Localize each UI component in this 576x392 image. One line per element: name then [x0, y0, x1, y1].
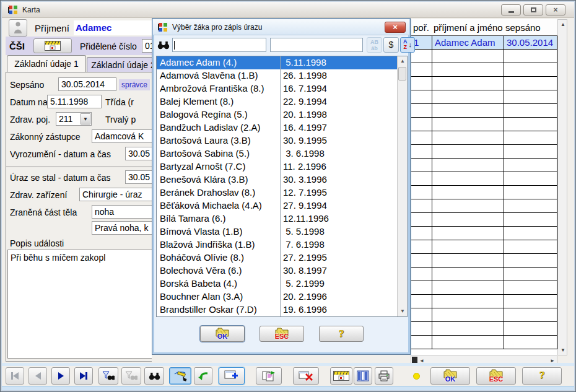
student-list-item[interactable]: Bímová Vlasta (1.B) 5. 5.1998: [157, 225, 398, 238]
record-row-empty[interactable]: [411, 268, 557, 281]
notification-field[interactable]: 30.05: [125, 147, 152, 160]
student-list-item[interactable]: Blažová Jindřiška (1.B) 7. 6.1998: [157, 238, 398, 251]
add-record-button[interactable]: [219, 367, 245, 385]
tab-zakladni-udaje-1[interactable]: Základní údaje 1: [7, 55, 86, 72]
sepsano-field[interactable]: 30.05.2014: [58, 77, 116, 91]
sort-button[interactable]: A Z ↓: [400, 37, 415, 53]
student-list-item[interactable]: Bartyzal Arnošt (7.C) 11. 2.1996: [157, 160, 398, 173]
record-row-empty[interactable]: [411, 240, 557, 254]
filter-value-button[interactable]: $: [383, 37, 399, 53]
student-list-item[interactable]: Benešová Klára (3.B) 30. 3.1996: [157, 173, 398, 186]
nav-prev-button[interactable]: [28, 367, 47, 385]
dialog-esc-button[interactable]: ESC: [260, 326, 304, 342]
record-row-empty[interactable]: [411, 254, 557, 268]
toolbar-help-button[interactable]: ?: [522, 367, 562, 385]
record-row-empty[interactable]: [411, 199, 557, 213]
scroll-up-icon[interactable]: ▲: [398, 56, 408, 66]
record-row-empty[interactable]: [411, 186, 557, 199]
record-row-empty[interactable]: [411, 131, 557, 145]
print-button[interactable]: [375, 367, 393, 385]
record-row-empty[interactable]: [411, 308, 557, 322]
student-list-item[interactable]: Bouchner Alan (3.A) 20. 2.1996: [157, 290, 398, 303]
table-view-button[interactable]: [354, 367, 372, 385]
nav-first-button[interactable]: [6, 367, 24, 385]
nav-next-button[interactable]: [51, 367, 70, 385]
toolbar-esc-button[interactable]: ESC: [476, 367, 516, 385]
card-view-button[interactable]: [330, 367, 352, 385]
scroll-up-icon[interactable]: ▲: [561, 22, 565, 27]
copy-record-button[interactable]: [256, 367, 282, 385]
maximize-button[interactable]: [523, 4, 543, 15]
scroll-down-icon[interactable]: ▼: [561, 347, 565, 353]
record-row-empty[interactable]: [411, 227, 557, 240]
filter-search-button[interactable]: [98, 367, 118, 385]
record-row-empty[interactable]: [411, 50, 557, 63]
record-row-empty[interactable]: [411, 77, 557, 90]
student-list-item[interactable]: Bartošová Laura (3.B) 30. 9.1995: [157, 134, 398, 147]
record-row-selected[interactable]: 1 Adamec Adam 30.05.2014: [411, 36, 557, 50]
student-list-item[interactable]: Adamová Slavěna (1.B) 26. 1.1998: [157, 69, 398, 82]
record-row-empty[interactable]: [411, 213, 557, 227]
search-input-secondary[interactable]: [270, 38, 363, 52]
toolbar-ok-button[interactable]: OK: [430, 367, 470, 385]
record-row-empty[interactable]: [411, 159, 557, 172]
dialog-close-button[interactable]: ×: [385, 22, 406, 33]
student-list-item[interactable]: Ambrožová Františka (8.) 16. 7.1994: [157, 82, 398, 95]
student-list-item[interactable]: Borská Babeta (4.) 5. 2.1999: [157, 277, 398, 290]
photo-button[interactable]: [9, 19, 27, 37]
record-row-empty[interactable]: [411, 118, 557, 131]
nav-last-button[interactable]: [74, 367, 93, 385]
injured-part-detail-field[interactable]: Pravá noha, k: [92, 221, 152, 235]
injury-time-field[interactable]: 30.05: [125, 170, 152, 184]
minimize-button[interactable]: [501, 4, 521, 15]
injured-part-field[interactable]: noha: [92, 205, 152, 219]
spravce-badge[interactable]: správce: [119, 79, 150, 90]
student-list-item[interactable]: Boháčová Olívie (8.) 27. 2.1995: [157, 251, 398, 264]
csi-card-button[interactable]: [33, 38, 72, 53]
student-list-item[interactable]: Bandžuch Ladislav (2.A) 16. 4.1997: [157, 121, 398, 134]
record-row-empty[interactable]: [411, 281, 557, 295]
record-row-empty[interactable]: [411, 172, 557, 186]
record-row-empty[interactable]: [411, 63, 557, 77]
undo-button[interactable]: [194, 367, 212, 385]
description-textarea[interactable]: Při běhu s míčem zakopl: [7, 250, 152, 359]
search-button[interactable]: [144, 367, 164, 385]
close-button[interactable]: ×: [546, 4, 565, 15]
combo-dropdown-icon[interactable]: ▼: [81, 113, 90, 124]
records-vertical-scrollbar[interactable]: ▲ ▼: [557, 19, 567, 355]
dialog-ok-button[interactable]: OK: [200, 326, 245, 342]
delete-record-button[interactable]: [293, 367, 319, 385]
medical-facility-field[interactable]: Chirurgie - úraz: [79, 188, 152, 201]
guardian-field[interactable]: Adamcová K: [92, 129, 152, 143]
record-row-empty[interactable]: [411, 322, 557, 336]
filter-search-off-button[interactable]: [121, 367, 141, 385]
edit-button[interactable]: [169, 367, 191, 385]
record-row-empty[interactable]: [411, 145, 557, 159]
student-list-item[interactable]: Bartošová Sabina (5.) 3. 6.1998: [157, 147, 398, 160]
record-row-empty[interactable]: [411, 295, 557, 308]
student-list-item[interactable]: Adamec Adam (4.) 5.11.1998: [157, 56, 398, 69]
birth-date-field[interactable]: 5.11.1998: [47, 95, 102, 108]
marker-dot-button[interactable]: [408, 368, 424, 383]
student-list-item[interactable]: Balej Klement (8.) 22. 9.1994: [157, 95, 398, 108]
assigned-number-field[interactable]: 01: [142, 39, 152, 53]
search-input-name[interactable]: [172, 38, 266, 52]
record-row-empty[interactable]: [411, 104, 557, 118]
case-toggle-button[interactable]: ABáb: [367, 37, 382, 53]
add-record-icon: [224, 370, 239, 381]
tab-zakladni-udaje-2[interactable]: Základní údaje 2: [87, 57, 152, 72]
dialog-help-button[interactable]: ?: [319, 326, 364, 342]
record-row-empty[interactable]: [411, 90, 557, 104]
student-list-scrollbar[interactable]: ▲ ▼: [397, 56, 407, 316]
student-list-item[interactable]: Brandstiller Oskar (7.D) 19. 6.1996: [157, 303, 398, 316]
student-list-item[interactable]: Běťáková Michaela (4.A) 27. 9.1994: [157, 199, 398, 212]
record-row-empty[interactable]: [411, 336, 557, 349]
student-list-item[interactable]: Bílá Tamara (6.) 12.11.1996: [157, 212, 398, 225]
student-list-item[interactable]: Balogová Regína (5.) 20. 1.1998: [157, 108, 398, 121]
insurance-combo[interactable]: 211 ▼: [56, 112, 92, 126]
student-list-item[interactable]: Bolechová Věra (6.) 30. 8.1997: [157, 264, 398, 277]
scroll-down-icon[interactable]: ▼: [398, 307, 408, 316]
scroll-thumb[interactable]: [398, 67, 406, 81]
student-list-item[interactable]: Beránek Drahoslav (8.) 12. 7.1995: [157, 186, 398, 199]
surname-field[interactable]: Adamec: [74, 20, 152, 35]
